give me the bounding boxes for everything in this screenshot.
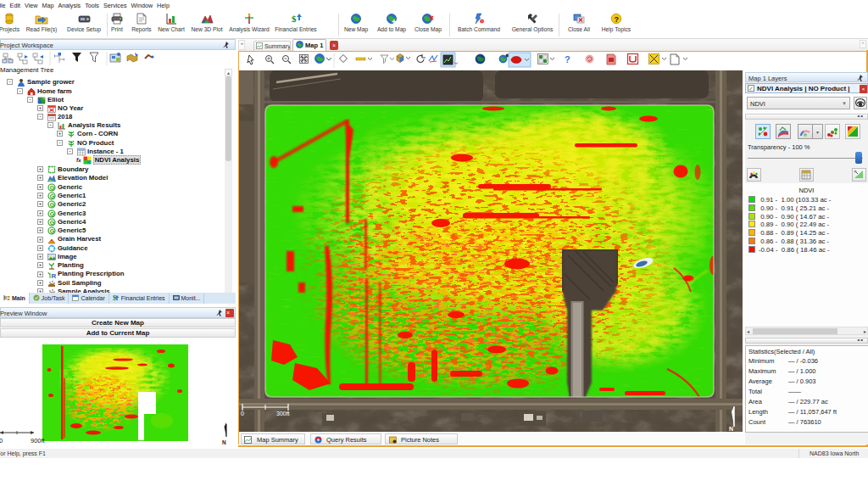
svg-text:0: 0 bbox=[0, 437, 3, 444]
svg-text:N: N bbox=[222, 439, 226, 445]
svg-text:300ft: 300ft bbox=[276, 411, 290, 417]
svg-text:G: G bbox=[50, 211, 55, 217]
svg-text:?: ? bbox=[614, 15, 619, 24]
svg-text:N: N bbox=[729, 426, 733, 432]
svg-text:G: G bbox=[50, 193, 55, 199]
svg-text:0: 0 bbox=[241, 411, 244, 417]
svg-text:G: G bbox=[50, 228, 55, 234]
svg-text:G: G bbox=[50, 185, 55, 191]
svg-text:G: G bbox=[50, 202, 55, 208]
svg-text:900ft: 900ft bbox=[31, 437, 46, 444]
svg-text:?: ? bbox=[565, 54, 570, 64]
svg-text:$: $ bbox=[292, 14, 297, 24]
svg-text:G: G bbox=[50, 220, 55, 226]
